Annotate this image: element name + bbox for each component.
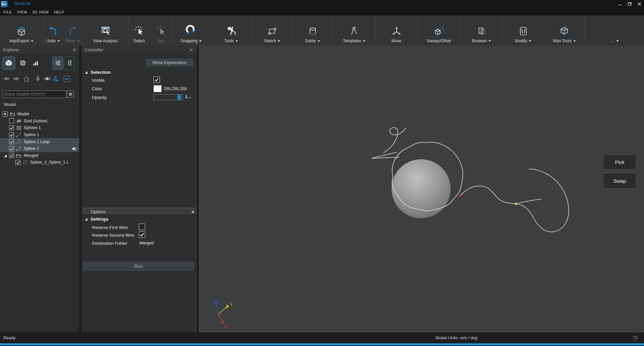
tree-row-model[interactable]: Model [0,111,79,118]
eye-icon[interactable] [44,75,51,82]
dropdown-caret-icon[interactable] [573,40,576,42]
down-arrow-icon[interactable] [34,75,42,82]
reverse-first-wire-checkbox[interactable] [139,224,145,230]
destination-folder-value[interactable]: Merged [139,241,154,245]
clear-search-button[interactable] [67,91,74,98]
app-title: Sim4Life [14,1,31,6]
search-input[interactable] [3,91,66,98]
show-expressions-button[interactable]: Show Expressions [146,59,193,66]
visible-label: Visible [92,78,105,83]
color-swatch[interactable] [154,85,162,92]
model-view-button[interactable] [2,56,15,70]
menu-help[interactable]: HELP [54,10,64,14]
dropdown-caret-icon[interactable] [77,40,80,42]
visibility-checkbox[interactable] [9,139,14,144]
controller-close-button[interactable] [188,47,194,53]
undo-button[interactable]: Undo [43,16,63,46]
dropdown-caret-icon[interactable] [31,40,34,42]
expander-icon[interactable] [3,154,7,159]
move-button[interactable]: Move [376,16,417,46]
dropdown-caret-icon[interactable] [529,40,531,42]
solids-button[interactable]: Solids [293,16,333,46]
tree-row-spline-1-loop[interactable]: Spline 1 Loop [0,138,79,145]
menu-view[interactable]: VIEW [17,10,27,14]
dropdown-caret-icon[interactable] [199,40,202,42]
forward-icon[interactable] [13,75,20,82]
home-icon[interactable] [23,75,30,82]
pick-button[interactable]: Pick [603,155,636,169]
panel-splitter[interactable] [79,46,81,333]
boolean-button[interactable]: Boolean [461,16,502,46]
view-analysis-button[interactable]: View Analysis [83,16,128,46]
dropdown-caret-icon[interactable] [317,40,320,42]
visibility-checkbox[interactable] [9,153,14,158]
menu-file[interactable]: FILE [3,10,12,14]
z-order-icon[interactable]: Z [52,75,60,82]
maximize-button[interactable] [625,0,634,8]
dropdown-caret-icon[interactable] [235,40,238,42]
move-arrows-icon [391,21,402,37]
properties-view-toggle[interactable] [52,56,63,70]
check-icon [140,233,144,236]
sub-select-button[interactable]: Sub [150,16,172,46]
visibility-checkbox[interactable] [9,146,14,151]
tree-view-toggle[interactable] [64,56,75,70]
tree-row-spline-1[interactable]: Spline 1 [0,131,79,138]
tree-item-label: Spline_2_Spline_1 L [30,160,69,165]
axis-x-label: X [224,325,227,330]
simulation-view-button[interactable] [17,56,29,70]
redo-button[interactable]: Redo [63,16,83,46]
tree-row-spline2-spline1-loop[interactable]: Spline_2_Spline_1 L [0,159,79,166]
snapping-magnet-icon [185,21,197,37]
minimize-button[interactable] [615,0,625,8]
dropdown-caret-icon[interactable] [488,40,491,42]
tree-row-sphere-1[interactable]: Sphere 1 [0,124,79,131]
sweep-offset-button[interactable]: Sweep/Offset [417,16,461,46]
selection-group-header[interactable]: Selection [84,70,111,75]
run-button[interactable]: Run [82,262,194,271]
spline-right-wire[interactable] [460,169,569,232]
dropdown-caret-icon[interactable] [278,40,280,42]
modify-button[interactable]: Modify [503,16,544,46]
tree-row-grid[interactable]: Grid (Active) [0,118,79,125]
opacity-slider[interactable] [154,94,183,100]
explorer-close-button[interactable] [72,47,77,53]
dropdown-caret-icon[interactable] [363,40,365,42]
spline-spike-wire[interactable] [372,152,399,158]
visibility-checkbox[interactable] [9,132,14,137]
back-icon[interactable] [3,75,10,82]
close-button[interactable] [634,0,644,8]
imp-export-button[interactable]: Imp/Export [0,16,43,46]
analysis-view-button[interactable] [30,56,41,70]
wire-end-marker[interactable] [515,203,517,205]
snapping-button[interactable]: Snapping [172,16,211,46]
visibility-checkbox[interactable] [9,118,14,123]
options-bar[interactable]: Options [82,208,197,215]
visibility-checkbox[interactable] [9,125,14,130]
wire-start-marker[interactable] [459,195,461,197]
dropdown-caret-icon[interactable] [616,40,619,42]
tree-row-merged[interactable]: Merged [0,152,79,159]
toolbar-overflow-button[interactable]: … [585,16,644,46]
tools-button[interactable]: Tools [211,16,251,46]
visibility-checkbox[interactable] [3,112,8,117]
dropdown-caret-icon[interactable] [57,40,60,42]
settings-group-header[interactable]: Settings [84,217,108,222]
viewport-3d[interactable]: Z Y X Pick Swap [198,46,644,333]
reverse-second-wire-checkbox[interactable] [139,231,145,238]
menu-3d-view[interactable]: 3D VIEW [32,10,49,14]
visibility-checkbox[interactable] [15,160,20,165]
slider-handle[interactable] [177,95,181,100]
select-button[interactable]: Select [128,16,150,46]
tree-row-spline-2[interactable]: Spline 2 [0,145,79,152]
collapse-all-icon[interactable] [63,75,70,82]
spline-tail-wire[interactable] [517,199,541,204]
viewport-canvas[interactable]: Z Y X [198,46,644,333]
spline-curl-wire[interactable] [384,127,406,153]
wire-tools-button[interactable]: Wire Tools [544,16,585,46]
swap-button[interactable]: Swap [603,173,636,188]
sphere-object[interactable] [392,159,451,218]
visible-checkbox[interactable] [154,76,160,83]
sketch-button[interactable]: Sketch [252,16,292,46]
templates-button[interactable]: Templates [333,16,375,46]
